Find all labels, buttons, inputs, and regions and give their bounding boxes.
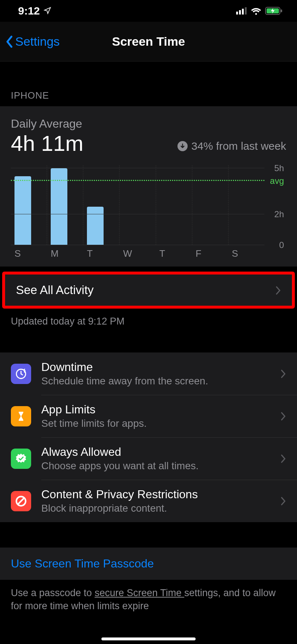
app-limits-icon xyxy=(11,406,31,426)
always-allowed-icon xyxy=(11,449,31,469)
chevron-right-icon xyxy=(275,282,281,298)
x-tick: S xyxy=(11,248,47,259)
svg-rect-5 xyxy=(281,9,282,12)
see-all-activity-row[interactable]: See All Activity xyxy=(5,274,292,306)
downtime-subtitle: Schedule time away from the screen. xyxy=(41,375,270,387)
passcode-description: Use a passcode to secure Screen Time set… xyxy=(0,580,297,613)
y-tick: 0 xyxy=(279,240,284,250)
svg-rect-2 xyxy=(242,9,244,15)
options-list: DowntimeSchedule time away from the scre… xyxy=(0,352,297,522)
usage-chart: 5h2h0avg xyxy=(11,165,286,245)
passcode-section: Use Screen Time Passcode xyxy=(0,548,297,580)
x-tick: M xyxy=(47,248,83,259)
svg-rect-0 xyxy=(236,12,238,15)
daily-average-label: Daily Average xyxy=(11,117,286,131)
content-privacy-subtitle: Block inappropriate content. xyxy=(41,503,270,514)
diff-text: 34% from last week xyxy=(191,140,286,152)
chevron-right-icon xyxy=(280,408,286,424)
app-limits-title: App Limits xyxy=(41,403,270,416)
chevron-right-icon xyxy=(280,450,286,467)
section-header-iphone: IPHONE xyxy=(0,62,297,106)
chevron-right-icon xyxy=(280,366,286,382)
svg-rect-3 xyxy=(245,7,247,15)
y-tick: 2h xyxy=(274,209,284,219)
bar-col xyxy=(47,165,83,245)
wifi-icon xyxy=(251,7,262,15)
downtime-row[interactable]: DowntimeSchedule time away from the scre… xyxy=(0,352,297,395)
daily-average-diff: 34% from last week xyxy=(177,140,286,154)
chevron-left-icon xyxy=(5,36,14,48)
app-limits-subtitle: Set time limits for apps. xyxy=(41,418,270,429)
back-label: Settings xyxy=(15,34,60,49)
always-allowed-subtitle: Choose apps you want at all times. xyxy=(41,460,270,472)
x-tick: S xyxy=(228,248,264,259)
back-button[interactable]: Settings xyxy=(0,34,60,49)
downtime-icon xyxy=(11,364,31,384)
always-allowed-title: Always Allowed xyxy=(41,445,270,459)
daily-average-value: 4h 11m xyxy=(11,133,83,154)
always-allowed-row[interactable]: Always AllowedChoose apps you want at al… xyxy=(0,437,297,480)
bar xyxy=(14,176,31,245)
cellular-icon xyxy=(236,7,247,15)
bar-col xyxy=(11,165,47,245)
updated-label: Updated today at 9:12 PM xyxy=(0,309,297,338)
see-all-activity-label: See All Activity xyxy=(16,283,94,297)
use-passcode-row[interactable]: Use Screen Time Passcode xyxy=(0,548,297,580)
avg-label: avg xyxy=(270,176,284,186)
y-tick: 5h xyxy=(274,163,284,173)
bar-col xyxy=(228,165,264,245)
status-time: 9:12 xyxy=(18,5,40,17)
svg-line-9 xyxy=(18,498,24,504)
x-tick: T xyxy=(156,248,192,259)
bar xyxy=(87,207,104,245)
app-limits-row[interactable]: App LimitsSet time limits for apps. xyxy=(0,395,297,437)
arrow-down-icon xyxy=(177,141,188,151)
downtime-title: Downtime xyxy=(41,360,270,374)
nav-bar: Settings Screen Time xyxy=(0,22,297,62)
battery-charging-icon xyxy=(265,7,283,15)
content-privacy-row[interactable]: Content & Privacy RestrictionsBlock inap… xyxy=(0,480,297,522)
highlight-see-all-activity: See All Activity xyxy=(2,272,295,309)
home-indicator xyxy=(101,637,196,640)
content-privacy-title: Content & Privacy Restrictions xyxy=(41,488,270,501)
location-icon xyxy=(43,5,51,17)
passcode-desc-pre: Use a passcode to xyxy=(11,587,95,598)
bar-col xyxy=(192,165,228,245)
bar-col xyxy=(119,165,155,245)
content-privacy-icon xyxy=(11,491,31,511)
bar-col xyxy=(83,165,119,245)
status-bar: 9:12 xyxy=(0,0,297,22)
x-tick: T xyxy=(83,248,120,259)
daily-average-card: Daily Average 4h 11m 34% from last week … xyxy=(0,106,297,267)
x-tick: F xyxy=(192,248,228,259)
chevron-right-icon xyxy=(280,493,286,509)
passcode-desc-underline: secure Screen Time xyxy=(95,587,184,598)
bar-col xyxy=(156,165,192,245)
svg-rect-1 xyxy=(239,10,241,15)
x-tick: W xyxy=(120,248,156,259)
